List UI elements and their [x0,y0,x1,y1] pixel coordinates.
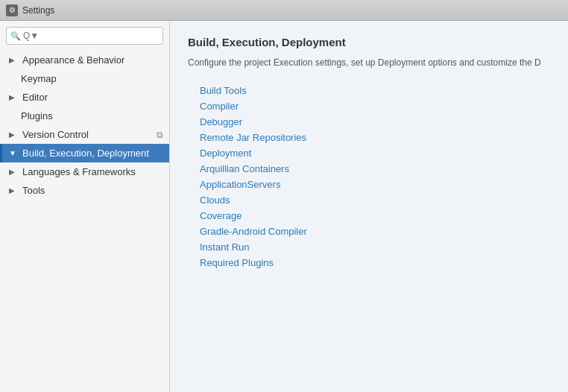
chevron-icon: ▶ [9,186,18,195]
sidebar-item-version-control[interactable]: ▶Version Control⧉ [0,125,169,144]
sidebar-item-label: Plugins [21,110,53,121]
content-area: Build, Execution, Deployment Configure t… [170,21,568,392]
content-title: Build, Execution, Deployment [188,36,550,48]
content-description: Configure the project Execution settings… [188,56,550,69]
search-icon: 🔍 [10,31,21,41]
sidebar-item-languages-frameworks[interactable]: ▶Languages & Frameworks [0,162,169,181]
content-link-10[interactable]: Instant Run [200,241,550,253]
sidebar-item-tools[interactable]: ▶Tools [0,181,169,200]
sidebar-item-label: Tools [22,185,45,196]
search-input[interactable] [6,27,163,45]
app-icon: ⚙ [6,4,18,16]
chevron-icon: ▶ [9,93,18,101]
chevron-icon: ▼ [9,149,18,157]
content-link-2[interactable]: Debugger [200,116,550,128]
content-link-1[interactable]: Compiler [200,100,550,113]
content-link-9[interactable]: Gradle-Android Compiler [200,225,550,238]
content-link-0[interactable]: Build Tools [200,84,550,97]
content-link-8[interactable]: Coverage [200,209,550,222]
search-box[interactable]: 🔍 [6,27,163,45]
main-container: 🔍 ▶Appearance & BehaviorKeymap▶EditorPlu… [0,21,568,392]
sidebar-item-build-execution[interactable]: ▼Build, Execution, Deployment [0,144,169,162]
content-link-3[interactable]: Remote Jar Repositories [200,131,550,144]
window-title: Settings [22,5,54,16]
content-link-7[interactable]: Clouds [200,194,550,206]
sidebar-item-label: Languages & Frameworks [22,166,136,177]
sidebar-item-label: Build, Execution, Deployment [22,148,149,159]
sidebar-item-keymap[interactable]: Keymap [0,69,169,88]
sidebar-item-label: Appearance & Behavior [22,54,124,66]
sidebar-item-label: Version Control [22,129,89,140]
content-link-6[interactable]: ApplicationServers [200,178,550,191]
copy-icon: ⧉ [157,130,163,140]
content-link-11[interactable]: Required Plugins [200,256,550,269]
link-list: Build ToolsCompilerDebuggerRemote Jar Re… [188,84,550,269]
nav-list: ▶Appearance & BehaviorKeymap▶EditorPlugi… [0,51,169,200]
content-link-4[interactable]: Deployment [200,147,550,159]
sidebar-item-label: Keymap [21,73,57,84]
chevron-icon: ▶ [9,56,18,64]
title-bar: ⚙ Settings [0,0,568,21]
sidebar-item-label: Editor [22,92,48,103]
sidebar-item-plugins[interactable]: Plugins [0,107,169,125]
sidebar-item-editor[interactable]: ▶Editor [0,88,169,107]
sidebar: 🔍 ▶Appearance & BehaviorKeymap▶EditorPlu… [0,21,170,392]
sidebar-item-appearance[interactable]: ▶Appearance & Behavior [0,51,169,69]
chevron-icon: ▶ [9,130,18,139]
content-link-5[interactable]: Arquillian Containers [200,162,550,175]
chevron-icon: ▶ [9,168,18,176]
